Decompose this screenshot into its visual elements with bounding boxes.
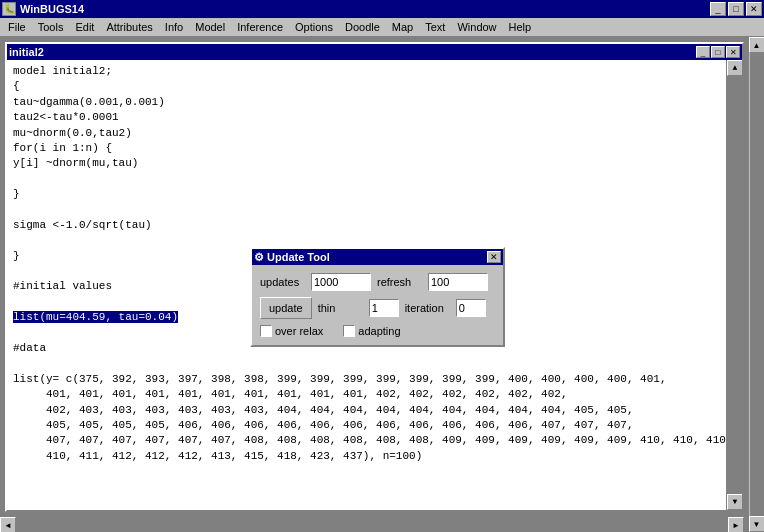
menu-item-inference[interactable]: Inference xyxy=(231,18,289,36)
menu-item-edit[interactable]: Edit xyxy=(69,18,100,36)
menu-bar: File Tools Edit Attributes Info Model In… xyxy=(0,18,764,37)
thin-label: thin xyxy=(318,302,363,314)
thin-input[interactable] xyxy=(369,299,399,317)
dialog-updates-row: updates refresh xyxy=(260,273,495,291)
workspace-scroll-up[interactable]: ▲ xyxy=(749,37,765,53)
code-line: 401, 401, 401, 401, 401, 401, 401, 401, … xyxy=(13,387,718,402)
h-scrollbar: ◄ ► xyxy=(0,516,744,532)
dialog-body: updates refresh update thin iteration ov… xyxy=(252,265,503,345)
menu-item-options[interactable]: Options xyxy=(289,18,339,36)
app-icon: 🐛 xyxy=(2,2,16,16)
inner-close-button[interactable]: ✕ xyxy=(726,46,740,58)
over-relax-label: over relax xyxy=(275,325,323,337)
menu-item-doodle[interactable]: Doodle xyxy=(339,18,386,36)
inner-scroll-track xyxy=(727,76,742,494)
code-line xyxy=(13,203,718,218)
inner-minimize-button[interactable]: _ xyxy=(696,46,710,58)
code-line: 407, 407, 407, 407, 407, 407, 408, 408, … xyxy=(13,433,718,448)
menu-item-info[interactable]: Info xyxy=(159,18,189,36)
menu-item-attributes[interactable]: Attributes xyxy=(100,18,158,36)
adapting-label: adapting xyxy=(358,325,400,337)
dialog-title-label: Update Tool xyxy=(267,251,330,263)
code-line: tau~dgamma(0.001,0.001) xyxy=(13,95,718,110)
over-relax-checkbox[interactable] xyxy=(260,325,272,337)
app-minimize-button[interactable]: _ xyxy=(710,2,726,16)
h-scroll-track xyxy=(16,517,728,532)
menu-item-tools[interactable]: Tools xyxy=(32,18,70,36)
app-title-text: WinBUGS14 xyxy=(20,3,84,15)
adapting-checkbox-item: adapting xyxy=(343,325,400,337)
inner-title-text: initial2 xyxy=(9,46,44,58)
adapting-checkbox[interactable] xyxy=(343,325,355,337)
menu-item-window[interactable]: Window xyxy=(451,18,502,36)
updates-label: updates xyxy=(260,276,305,288)
app-window-controls: _ □ ✕ xyxy=(710,2,762,16)
app-title: 🐛 WinBUGS14 xyxy=(2,2,84,16)
dialog-title-text: ⚙ Update Tool xyxy=(254,251,330,264)
inner-window-title: initial2 xyxy=(9,46,44,58)
code-line: 405, 405, 405, 405, 406, 406, 406, 406, … xyxy=(13,418,718,433)
dialog-update-btn-row: update thin iteration xyxy=(260,297,495,319)
menu-item-model[interactable]: Model xyxy=(189,18,231,36)
code-line xyxy=(13,172,718,187)
update-tool-dialog: ⚙ Update Tool ✕ updates refresh update t… xyxy=(250,247,505,347)
inner-title-bar: initial2 _ □ ✕ xyxy=(7,44,742,60)
code-line xyxy=(13,356,718,371)
refresh-input[interactable] xyxy=(428,273,488,291)
code-line: } xyxy=(13,187,718,202)
h-scroll-left[interactable]: ◄ xyxy=(0,517,16,532)
code-line: model initial2; xyxy=(13,64,718,79)
menu-item-text[interactable]: Text xyxy=(419,18,451,36)
iteration-label: iteration xyxy=(405,302,450,314)
workspace-scroll-track xyxy=(750,53,764,516)
code-line: y[i] ~dnorm(mu,tau) xyxy=(13,156,718,171)
refresh-label: refresh xyxy=(377,276,422,288)
workspace: ▲ ▼ initial2 _ □ ✕ model initial2;{tau~d… xyxy=(0,37,764,532)
code-line: 410, 411, 412, 412, 412, 413, 415, 418, … xyxy=(13,449,718,464)
code-line: { xyxy=(13,79,718,94)
over-relax-checkbox-item: over relax xyxy=(260,325,323,337)
inner-window-controls: _ □ ✕ xyxy=(696,46,740,58)
code-line: list(y= c(375, 392, 393, 397, 398, 398, … xyxy=(13,372,718,387)
app-title-bar: 🐛 WinBUGS14 _ □ ✕ xyxy=(0,0,764,18)
code-line: tau2<-tau*0.0001 xyxy=(13,110,718,125)
updates-input[interactable] xyxy=(311,273,371,291)
code-line: sigma <-1.0/sqrt(tau) xyxy=(13,218,718,233)
h-scroll-right[interactable]: ► xyxy=(728,517,744,532)
inner-maximize-button[interactable]: □ xyxy=(711,46,725,58)
workspace-scrollbar: ▲ ▼ xyxy=(748,37,764,532)
menu-item-help[interactable]: Help xyxy=(503,18,538,36)
inner-scroll-up[interactable]: ▲ xyxy=(727,60,742,76)
code-line: 402, 403, 403, 403, 403, 403, 403, 404, … xyxy=(13,403,718,418)
menu-item-map[interactable]: Map xyxy=(386,18,419,36)
code-line: mu~dnorm(0.0,tau2) xyxy=(13,126,718,141)
iteration-input[interactable] xyxy=(456,299,486,317)
dialog-checkbox-row: over relax adapting xyxy=(260,325,495,337)
dialog-close-button[interactable]: ✕ xyxy=(487,251,501,263)
menu-item-file[interactable]: File xyxy=(2,18,32,36)
app-maximize-button[interactable]: □ xyxy=(728,2,744,16)
inner-scrollbar: ▲ ▼ xyxy=(726,60,742,510)
code-line: for(i in 1:n) { xyxy=(13,141,718,156)
app-close-button[interactable]: ✕ xyxy=(746,2,762,16)
dialog-icon: ⚙ xyxy=(254,251,264,264)
workspace-scroll-down[interactable]: ▼ xyxy=(749,516,765,532)
dialog-title-bar: ⚙ Update Tool ✕ xyxy=(252,249,503,265)
update-button[interactable]: update xyxy=(260,297,312,319)
inner-scroll-down[interactable]: ▼ xyxy=(727,494,742,510)
